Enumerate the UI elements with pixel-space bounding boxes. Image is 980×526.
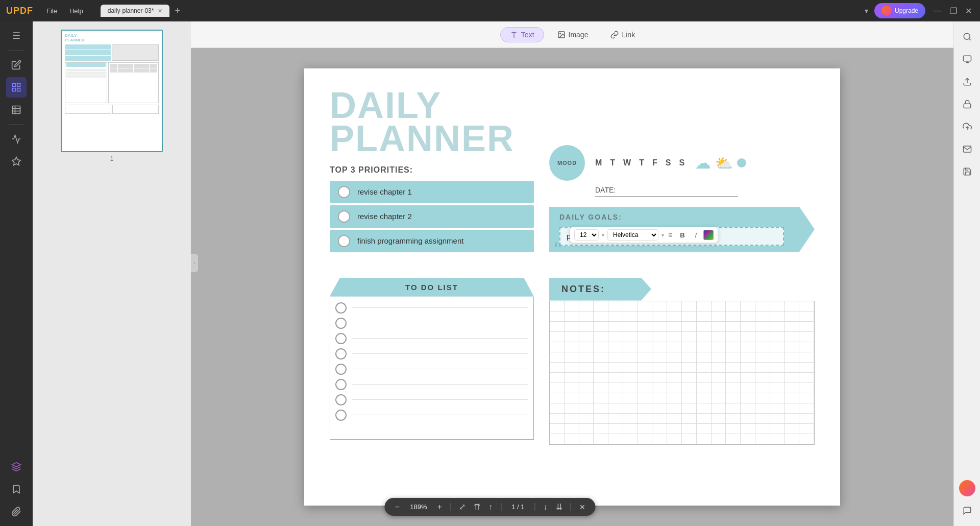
notes-grid-cell — [594, 424, 608, 434]
search-icon-right[interactable] — [958, 28, 976, 46]
notes-grid-cell — [608, 363, 623, 373]
lock-icon[interactable] — [958, 95, 976, 113]
avatar-icon[interactable] — [958, 479, 976, 497]
notes-grid-cell — [608, 342, 623, 352]
right-action-panel — [953, 21, 980, 526]
notes-grid-cell — [726, 424, 741, 434]
notes-grid-cell — [608, 393, 623, 403]
maximize-button[interactable]: ❐ — [948, 5, 959, 17]
todo-checkbox-8[interactable] — [335, 410, 347, 421]
todo-row-6 — [335, 379, 528, 390]
todo-checkbox-2[interactable] — [335, 318, 347, 329]
notes-grid-cell — [623, 424, 638, 434]
todo-checkbox-7[interactable] — [335, 394, 347, 405]
fit-page-icon[interactable] — [958, 50, 976, 68]
sidebar-icon-table[interactable] — [6, 100, 27, 120]
notes-grid-cell — [799, 393, 814, 403]
sidebar-icon-edit[interactable] — [6, 55, 27, 75]
notes-grid-cell — [550, 363, 565, 373]
todo-line-6 — [352, 384, 528, 385]
notes-grid-cell — [785, 434, 799, 444]
notes-grid-cell — [638, 373, 653, 383]
minimize-button[interactable]: — — [932, 5, 944, 17]
sidebar-icon-document[interactable]: ☰ — [6, 26, 27, 46]
zoom-in-button[interactable]: + — [435, 501, 444, 513]
todo-checkbox-4[interactable] — [335, 348, 347, 360]
notes-grid-cell — [623, 383, 638, 393]
sidebar-icon-bookmark[interactable] — [6, 479, 27, 499]
zoom-nav-top[interactable]: ⇈ — [472, 501, 482, 513]
notes-grid-cell — [712, 322, 726, 332]
tab-close-icon[interactable]: ✕ — [158, 8, 162, 14]
font-family-select[interactable]: Helvetica — [607, 229, 658, 241]
todo-checkbox-1[interactable] — [335, 302, 347, 314]
italic-button[interactable]: I — [692, 230, 701, 241]
todo-line-3 — [352, 338, 528, 339]
new-tab-button[interactable]: + — [172, 5, 183, 17]
notes-grid-cell — [770, 393, 785, 403]
notes-grid-cell — [623, 414, 638, 424]
bold-button[interactable]: B — [676, 230, 688, 241]
zoom-fit-button[interactable]: ⤢ — [457, 501, 468, 513]
notes-grid-cell — [799, 434, 814, 444]
user-avatar — [959, 480, 975, 496]
pdf-canvas[interactable]: DAILY PLANNER TOP 3 PRIORITIES: revise c… — [191, 48, 953, 526]
menu-help[interactable]: Help — [64, 5, 88, 17]
panel-collapse-handle[interactable]: › — [191, 254, 198, 272]
notes-grid-cell — [667, 424, 682, 434]
zoom-out-button[interactable]: − — [393, 501, 401, 513]
priority-checkbox-1[interactable] — [338, 186, 350, 198]
notes-grid-cell — [741, 342, 755, 352]
text-align-icon[interactable]: ≡ — [667, 230, 673, 240]
notes-grid-cell — [579, 403, 594, 414]
text-tool-button[interactable]: Text — [500, 27, 544, 42]
image-tool-button[interactable]: Image — [548, 28, 598, 42]
notes-grid-cell — [726, 434, 741, 444]
priority-checkbox-3[interactable] — [338, 235, 350, 247]
sidebar-icon-chart[interactable] — [6, 129, 27, 149]
notes-grid-cell — [755, 434, 770, 444]
window-dropdown-icon[interactable]: ▾ — [865, 7, 868, 15]
zoom-nav-up[interactable]: ↑ — [486, 501, 495, 513]
svg-rect-1 — [17, 84, 20, 87]
notes-grid-cell — [550, 383, 565, 393]
notes-grid-cell — [785, 363, 799, 373]
zoom-bar-close[interactable]: ✕ — [577, 502, 587, 512]
sidebar-icon-layers[interactable] — [6, 457, 27, 477]
zoom-nav-bottom[interactable]: ⇊ — [554, 501, 565, 513]
todo-checkbox-6[interactable] — [335, 379, 347, 390]
todo-checkbox-5[interactable] — [335, 364, 347, 375]
tab-daily-planner[interactable]: daily-planner-03* ✕ — [101, 5, 170, 17]
notes-grid-cell — [799, 363, 814, 373]
day-t1: T — [610, 158, 615, 168]
export-icon[interactable] — [958, 73, 976, 91]
notes-grid-cell — [785, 301, 799, 312]
priority-checkbox-2[interactable] — [338, 210, 350, 223]
todo-checkbox-3[interactable] — [335, 333, 347, 344]
sidebar-icon-sticker[interactable] — [6, 151, 27, 172]
notes-grid-cell — [652, 403, 667, 414]
font-size-select[interactable]: 12 — [574, 229, 599, 241]
menu-file[interactable]: File — [41, 5, 62, 17]
thumbnail-page-1[interactable]: DAILYPLANNER — [61, 30, 163, 162]
sidebar-icon-pages[interactable] — [6, 77, 27, 98]
notes-section: NOTES: — [549, 278, 815, 445]
notes-grid-cell — [712, 352, 726, 363]
notes-grid — [549, 301, 815, 445]
save-icon[interactable] — [958, 162, 976, 181]
link-tool-button[interactable]: Link — [601, 28, 644, 42]
sidebar-icon-clip[interactable] — [6, 501, 27, 522]
priority-text-1: revise chapter 1 — [357, 187, 412, 196]
upload-icon[interactable] — [958, 117, 976, 136]
text-color-picker[interactable] — [703, 230, 714, 240]
notes-grid-cell — [550, 312, 565, 322]
zoom-nav-down[interactable]: ↓ — [542, 501, 550, 513]
chat-icon[interactable] — [958, 501, 976, 520]
notes-grid-cell — [652, 312, 667, 322]
close-button[interactable]: ✕ — [963, 5, 974, 17]
mail-icon[interactable] — [958, 140, 976, 158]
notes-grid-cell — [741, 373, 755, 383]
notes-grid-cell — [785, 383, 799, 393]
upgrade-button[interactable]: Upgrade — [874, 3, 925, 18]
priority-text-3: finish programming assignment — [357, 236, 463, 245]
